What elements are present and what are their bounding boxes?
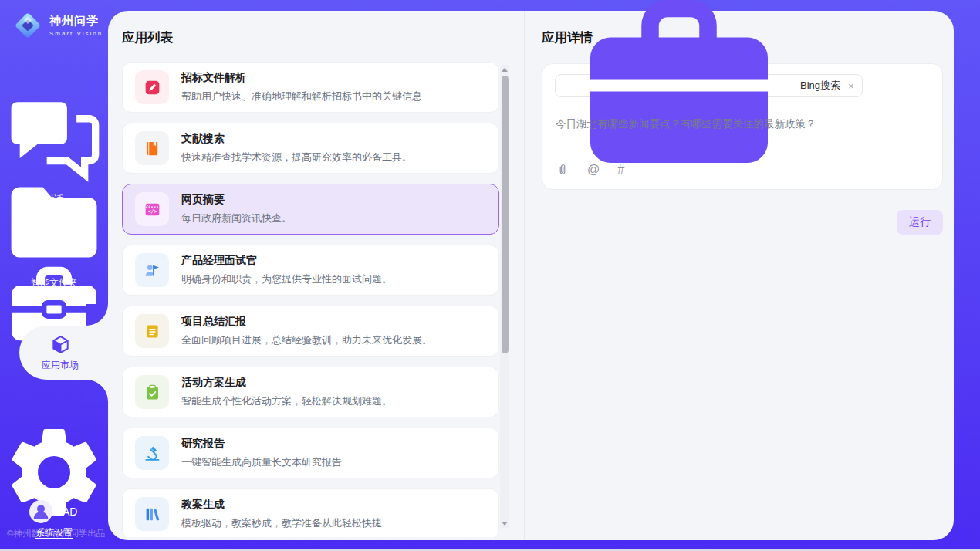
app-card[interactable]: 研究报告 一键智能生成高质量长文本研究报告 xyxy=(122,428,499,478)
app-card-desc: 明确身份和职责，为您提供专业性的面试问题。 xyxy=(181,272,392,286)
app-card-desc: 智能生成个性化活动方案，轻松解决规划难题。 xyxy=(181,394,392,408)
app-card-title: 产品经理面试官 xyxy=(181,254,392,268)
edit-doc-icon xyxy=(135,70,169,104)
hash-icon[interactable]: # xyxy=(617,163,624,177)
app-card-title: 网页摘要 xyxy=(181,193,292,207)
close-icon[interactable]: × xyxy=(848,80,854,92)
tool-tag-label: Bing搜索 xyxy=(800,79,840,93)
tool-tag-bing-search[interactable]: Bing搜索 × xyxy=(555,74,863,97)
app-card[interactable]: 产品经理面试官 明确身份和职责，为您提供专业性的面试问题。 xyxy=(122,245,499,296)
app-list-section: 应用列表 招标文件解析 帮助用户快速、准确地理解和解析招标书中的关键信息 文献搜… xyxy=(108,11,525,540)
app-card-title: 教案生成 xyxy=(181,498,382,512)
app-card-title: 招标文件解析 xyxy=(181,71,422,85)
avatar xyxy=(29,500,52,523)
brand-logo: 神州问学 Smart Vision xyxy=(12,10,103,41)
app-card-title: 文献搜索 xyxy=(181,132,412,146)
diamond-logo-icon xyxy=(12,10,43,41)
app-card-desc: 快速精准查找学术资源，提高研究效率的必备工具。 xyxy=(181,150,412,164)
app-card-desc: 帮助用户快速、准确地理解和解析招标书中的关键信息 xyxy=(181,90,422,103)
app-card-title: 研究报告 xyxy=(181,437,342,451)
app-card[interactable]: </> 网页摘要 每日政府新闻资讯快查。 xyxy=(122,184,499,235)
sidebar-item-app-market-active[interactable]: 应用市场 xyxy=(19,326,109,380)
app-card-desc: 全面回顾项目进展，总结经验教训，助力未来优化发展。 xyxy=(181,333,432,347)
app-card[interactable]: 活动方案生成 智能生成个性化活动方案，轻松解决规划难题。 xyxy=(122,367,499,417)
app-card[interactable]: 招标文件解析 帮助用户快速、准确地理解和解析招标书中的关键信息 xyxy=(122,62,499,113)
sidebar-item-label: 应用市场 xyxy=(42,359,79,372)
scroll-down-icon[interactable] xyxy=(500,519,509,528)
svg-text:</>: </> xyxy=(147,208,157,214)
scrollbar[interactable] xyxy=(500,65,509,528)
user-name: AD xyxy=(63,505,77,518)
scrollbar-thumb[interactable] xyxy=(502,76,509,353)
app-card-title: 活动方案生成 xyxy=(181,376,392,390)
notes-icon xyxy=(135,314,169,348)
prompt-card[interactable]: Bing搜索 × 今日湖北有哪些新闻要点？有哪些需要关注的最新政策？ @ # xyxy=(542,63,943,190)
book-icon xyxy=(135,131,169,165)
web-code-icon: </> xyxy=(135,192,169,226)
paperclip-icon[interactable] xyxy=(556,163,569,177)
person-icon xyxy=(29,500,52,523)
main-panel: 应用列表 招标文件解析 帮助用户快速、准确地理解和解析招标书中的关键信息 文献搜… xyxy=(108,11,954,540)
cube-icon xyxy=(50,334,71,355)
run-button[interactable]: 运行 xyxy=(897,210,943,235)
copyright-text: ©神州数码·神州问学出品 xyxy=(7,528,105,539)
app-card[interactable]: 项目总结汇报 全面回顾项目进展，总结经验教训，助力未来优化发展。 xyxy=(122,306,499,357)
app-list: 招标文件解析 帮助用户快速、准确地理解和解析招标书中的关键信息 文献搜索 快速精… xyxy=(122,62,499,537)
microscope-icon xyxy=(135,436,169,470)
mention-icon[interactable]: @ xyxy=(587,163,600,177)
scroll-up-icon[interactable] xyxy=(500,65,509,74)
app-card-desc: 每日政府新闻资讯快查。 xyxy=(181,211,292,225)
question-input[interactable]: 今日湖北有哪些新闻要点？有哪些需要关注的最新政策？ xyxy=(556,117,927,132)
sidebar: 神州问学 Smart Vision 对话 智能文件夹 工具集 应用市场 系统设置… xyxy=(0,0,108,551)
active-tab-curve-top xyxy=(86,304,108,326)
app-card-desc: 一键智能生成高质量长文本研究报告 xyxy=(181,455,342,469)
attachment-toolbar: @ # xyxy=(556,163,624,177)
app-card-title: 项目总结汇报 xyxy=(181,315,432,329)
active-tab-curve-bottom xyxy=(86,380,108,401)
app-card[interactable]: 教案生成 模板驱动，教案秒成，教学准备从此轻松快捷 xyxy=(122,488,499,537)
app-list-title: 应用列表 xyxy=(122,29,173,46)
clipboard-check-icon xyxy=(135,375,169,409)
interview-icon xyxy=(135,253,169,287)
brand-subtitle: Smart Vision xyxy=(49,30,103,37)
user-account[interactable]: AD xyxy=(29,500,77,523)
books-icon xyxy=(135,497,169,531)
app-card-desc: 模板驱动，教案秒成，教学准备从此轻松快捷 xyxy=(181,516,382,530)
app-detail-section: 应用详情 Bing搜索 × 今日湖北有哪些新闻要点？有哪些需要关注的最新政策？ … xyxy=(525,11,954,540)
app-card[interactable]: 文献搜索 快速精准查找学术资源，提高研究效率的必备工具。 xyxy=(122,123,499,174)
brand-name: 神州问学 xyxy=(49,14,103,29)
